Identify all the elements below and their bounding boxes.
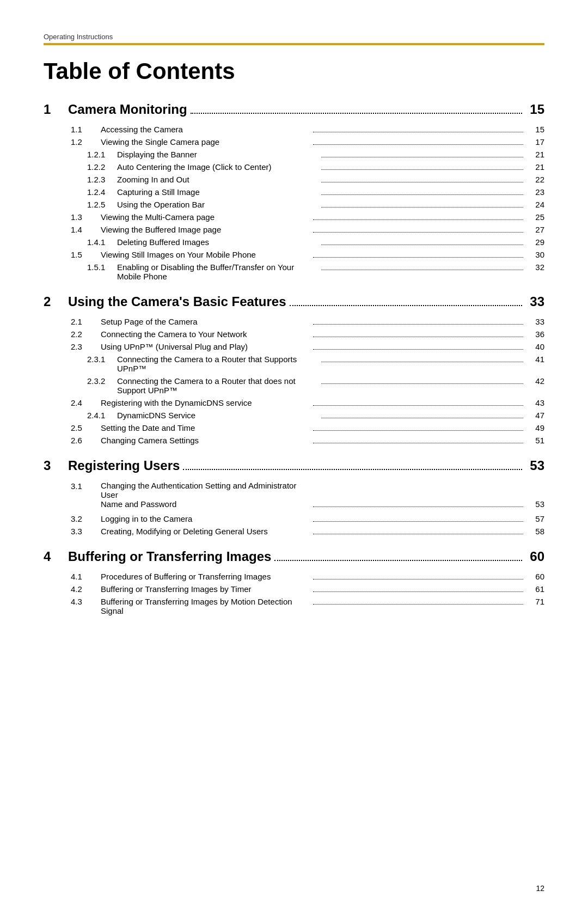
chapter-2-row: 2 Using the Camera's Basic Features 33 [44, 294, 544, 309]
item-2-3-2-page: 42 [525, 376, 544, 386]
item-3-1: 3.1 Changing the Authentication Setting … [44, 481, 544, 509]
item-1-1: 1.1 Accessing the Camera 15 [44, 125, 544, 134]
item-1-4: 1.4 Viewing the Buffered Image page 27 [44, 225, 544, 234]
item-2-4-number: 2.4 [71, 398, 101, 407]
item-2-6-title: Changing Camera Settings [101, 436, 311, 445]
item-1-5-title: Viewing Still Images on Your Mobile Phon… [101, 250, 311, 259]
item-2-4-page: 43 [525, 398, 544, 407]
item-1-5-page: 30 [525, 250, 544, 259]
item-2-2-page: 36 [525, 330, 544, 339]
item-2-3-1: 2.3.1 Connecting the Camera to a Router … [44, 355, 544, 373]
item-2-4-1: 2.4.1 DynamicDNS Service 47 [44, 411, 544, 420]
chapter-4-row: 4 Buffering or Transferring Images 60 [44, 549, 544, 564]
item-4-2-title: Buffering or Transferring Images by Time… [101, 584, 311, 594]
item-3-1-title: Changing the Authentication Setting and … [101, 481, 311, 509]
item-1-2-1: 1.2.1 Displaying the Banner 21 [44, 150, 544, 159]
item-3-1-page: 53 [525, 499, 544, 509]
item-2-6-number: 2.6 [71, 436, 101, 445]
chapter-3-number: 3 [44, 458, 68, 473]
spacer-1 [44, 284, 544, 294]
item-1-2-3-title: Zooming In and Out [117, 175, 319, 184]
chapter-1-title: Camera Monitoring [68, 102, 187, 117]
item-1-3-number: 1.3 [71, 212, 101, 222]
item-4-3-page: 71 [525, 597, 544, 606]
chapter-1-dots [191, 113, 522, 114]
item-4-3: 4.3 Buffering or Transferring Images by … [44, 597, 544, 615]
page-container: Operating Instructions Table of Contents… [0, 0, 588, 909]
item-2-3-number: 2.3 [71, 342, 101, 351]
chapter-4-page: 60 [525, 549, 544, 564]
item-2-3-title: Using UPnP™ (Universal Plug and Play) [101, 342, 311, 351]
item-1-2-4: 1.2.4 Capturing a Still Image 23 [44, 187, 544, 197]
item-1-4-1: 1.4.1 Deleting Buffered Images 29 [44, 237, 544, 247]
item-4-3-number: 4.3 [71, 597, 101, 606]
item-1-2-2-number: 1.2.2 [87, 162, 117, 172]
item-2-1: 2.1 Setup Page of the Camera 33 [44, 317, 544, 326]
chapter-1-row: 1 Camera Monitoring 15 [44, 102, 544, 117]
item-2-3-2: 2.3.2 Connecting the Camera to a Router … [44, 376, 544, 395]
header-label: Operating Instructions [44, 33, 544, 41]
item-1-4-1-number: 1.4.1 [87, 237, 117, 247]
item-3-3-title: Creating, Modifying or Deleting General … [101, 527, 311, 536]
item-1-3: 1.3 Viewing the Multi-Camera page 25 [44, 212, 544, 222]
item-1-2-2-page: 21 [525, 162, 544, 172]
item-1-1-page: 15 [525, 125, 544, 134]
item-1-4-title: Viewing the Buffered Image page [101, 225, 311, 234]
chapter-3-page: 53 [525, 458, 544, 473]
item-1-2-page: 17 [525, 137, 544, 147]
item-2-3-2-number: 2.3.2 [87, 376, 117, 386]
item-1-5-1: 1.5.1 Enabling or Disabling the Buffer/T… [44, 263, 544, 281]
item-1-2: 1.2 Viewing the Single Camera page 17 [44, 137, 544, 147]
item-1-2-1-number: 1.2.1 [87, 150, 117, 159]
item-4-2: 4.2 Buffering or Transferring Images by … [44, 584, 544, 594]
item-1-2-4-title: Capturing a Still Image [117, 187, 319, 197]
item-1-4-1-page: 29 [525, 237, 544, 247]
item-3-3-number: 3.3 [71, 527, 101, 536]
item-3-1-number: 3.1 [71, 481, 101, 491]
item-2-1-title: Setup Page of the Camera [101, 317, 311, 326]
item-2-2: 2.2 Connecting the Camera to Your Networ… [44, 330, 544, 339]
item-1-2-5-number: 1.2.5 [87, 200, 117, 209]
item-1-5-1-title: Enabling or Disabling the Buffer/Transfe… [117, 263, 319, 281]
top-border [44, 43, 544, 45]
item-1-1-number: 1.1 [71, 125, 101, 134]
item-1-5: 1.5 Viewing Still Images on Your Mobile … [44, 250, 544, 259]
item-4-2-page: 61 [525, 584, 544, 594]
item-1-5-1-page: 32 [525, 263, 544, 272]
item-2-5-page: 49 [525, 423, 544, 432]
item-4-1: 4.1 Procedures of Buffering or Transferr… [44, 572, 544, 581]
item-2-5-title: Setting the Date and Time [101, 423, 311, 432]
item-4-3-title: Buffering or Transferring Images by Moti… [101, 597, 311, 615]
item-2-3-page: 40 [525, 342, 544, 351]
item-4-1-page: 60 [525, 572, 544, 581]
item-3-2: 3.2 Logging in to the Camera 57 [44, 514, 544, 523]
item-2-3: 2.3 Using UPnP™ (Universal Plug and Play… [44, 342, 544, 351]
item-2-4-1-number: 2.4.1 [87, 411, 117, 420]
item-2-5-number: 2.5 [71, 423, 101, 432]
item-2-1-number: 2.1 [71, 317, 101, 326]
spacer-2 [44, 448, 544, 458]
chapter-3-dots [183, 469, 522, 470]
item-1-2-2: 1.2.2 Auto Centering the Image (Click to… [44, 162, 544, 172]
item-1-2-1-page: 21 [525, 150, 544, 159]
item-2-2-title: Connecting the Camera to Your Network [101, 330, 311, 339]
item-1-2-4-page: 23 [525, 187, 544, 197]
item-2-4-1-title: DynamicDNS Service [117, 411, 319, 420]
item-3-2-title: Logging in to the Camera [101, 514, 311, 523]
item-2-3-1-number: 2.3.1 [87, 355, 117, 364]
item-2-6-page: 51 [525, 436, 544, 445]
chapter-4-number: 4 [44, 549, 68, 564]
chapter-1-page: 15 [525, 102, 544, 117]
item-2-3-1-title: Connecting the Camera to a Router that S… [117, 355, 319, 373]
item-2-3-1-page: 41 [525, 355, 544, 364]
item-1-2-1-title: Displaying the Banner [117, 150, 319, 159]
chapter-2-title: Using the Camera's Basic Features [68, 294, 286, 309]
item-1-2-3: 1.2.3 Zooming In and Out 22 [44, 175, 544, 184]
item-2-1-page: 33 [525, 317, 544, 326]
item-2-4-title: Registering with the DynamicDNS service [101, 398, 311, 407]
item-2-6: 2.6 Changing Camera Settings 51 [44, 436, 544, 445]
chapter-4-dots [274, 560, 522, 561]
item-1-5-number: 1.5 [71, 250, 101, 259]
item-1-2-5: 1.2.5 Using the Operation Bar 24 [44, 200, 544, 209]
item-1-2-5-title: Using the Operation Bar [117, 200, 319, 209]
